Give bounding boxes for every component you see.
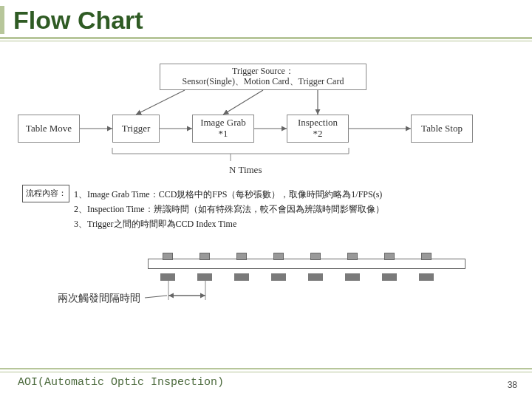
title-rule-thin: [0, 41, 532, 41]
track-tick: [384, 253, 395, 260]
index-track: [148, 259, 466, 269]
page-number: 38: [508, 380, 517, 390]
track-tick: [347, 253, 358, 260]
box-table-stop: Table Stop: [411, 115, 473, 143]
track-tick: [236, 253, 247, 260]
slide-title: Flow Chart: [13, 6, 143, 35]
box-table-move: Table Move: [18, 115, 80, 143]
notes-list: 1、Image Grab Time：CCD規格中的FPS（每秒張數），取像時間約…: [74, 188, 510, 232]
box-image-grab: Image Grab *1: [192, 115, 254, 143]
interval-leader: [145, 296, 167, 298]
notes-header-box: 流程內容：: [22, 185, 69, 202]
trigger-source-line2: Sensor(Single)、Motion Card、Trigger Card: [183, 77, 344, 87]
ntimes-brace: [112, 148, 349, 154]
track-blob: [419, 273, 434, 281]
track-tick: [163, 253, 173, 260]
box-inspection: Inspection *2: [287, 115, 349, 143]
track-tick: [310, 253, 321, 260]
line-src-to-imagegrab: [223, 90, 263, 115]
track-blob: [234, 273, 249, 281]
image-grab-line1: Image Grab: [200, 117, 246, 129]
n-times-label: N Times: [229, 164, 262, 176]
inspection-line2: *2: [298, 129, 338, 140]
track-blob: [382, 273, 397, 281]
track-blob: [197, 273, 212, 281]
footer-rule-thin: [0, 372, 532, 372]
title-accent: [0, 6, 4, 34]
inspection-line1: Inspection: [298, 117, 338, 129]
track-blob: [308, 273, 323, 281]
image-grab-line2: *1: [200, 129, 246, 140]
line-src-to-trigger: [136, 90, 185, 115]
trigger-source-box: Trigger Source： Sensor(Single)、Motion Ca…: [160, 64, 366, 90]
title-rule-thick: [0, 37, 532, 39]
trigger-source-line1: Trigger Source：: [232, 66, 294, 77]
footer-text: AOI(Automatic Optic Inspection): [18, 376, 224, 389]
note-1: 1、Image Grab Time：CCD規格中的FPS（每秒張數），取像時間約…: [74, 188, 510, 201]
track-tick: [200, 253, 210, 260]
track-blob: [271, 273, 286, 281]
track-tick: [273, 253, 284, 260]
track-tick: [421, 253, 432, 260]
box-trigger: Trigger: [112, 115, 160, 143]
track-blob: [345, 273, 360, 281]
note-3: 3、Trigger之間的時間即為CCD Index Time: [74, 217, 510, 231]
note-2: 2、Inspection Time：辨識時間（如有特殊寫法，較不會因為辨識時間影…: [74, 202, 510, 216]
interval-label: 兩次觸發間隔時間: [58, 292, 140, 305]
footer-rule-thick: [0, 368, 532, 369]
track-blob: [160, 273, 175, 281]
